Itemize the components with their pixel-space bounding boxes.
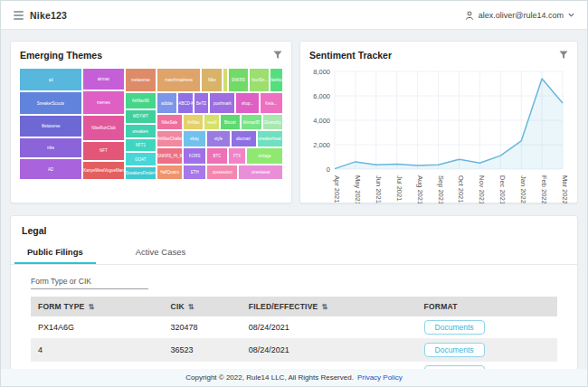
treemap-tile[interactable]: NFT1	[125, 138, 156, 152]
legal-card: Legal Public FilingsActive Cases FORM TY…	[10, 215, 578, 387]
treemap-tile[interactable]: ETH	[183, 165, 206, 180]
privacy-policy-link[interactable]: Privacy Policy	[357, 373, 403, 382]
treemap-tile[interactable]: Bitcoin	[220, 114, 241, 131]
column-header-cik[interactable]: CIK⇅	[164, 297, 242, 316]
svg-text:Jun 2021: Jun 2021	[375, 175, 383, 203]
svg-text:Dec 2021: Dec 2021	[498, 175, 507, 203]
svg-text:0: 0	[327, 165, 330, 174]
documents-button[interactable]: Documents	[424, 343, 485, 357]
tab-active-cases[interactable]: Active Cases	[123, 243, 198, 264]
treemap-tile[interactable]: abcmart	[231, 130, 257, 147]
treemap-tile[interactable]: AD	[19, 158, 82, 180]
sentiment-chart: 02,0004,0006,0008,000Apr 2021May 2021Jun…	[300, 66, 577, 207]
treemap-tile[interactable]: Keta...	[260, 92, 283, 114]
topbar: Nike123 alex.oliver@rule14.com	[1, 1, 587, 30]
treemap-tile[interactable]: memes	[82, 90, 125, 115]
treemap-tile[interactable]: AirMax	[183, 114, 204, 131]
table-header-row: FORM TYPE⇅CIK⇅FILED/EFFECTIVE⇅FORMAT	[31, 297, 557, 316]
user-menu[interactable]: alex.oliver@rule14.com	[465, 11, 574, 20]
filed-cell: 08/24/2021	[242, 339, 417, 362]
svg-text:Jan 2022: Jan 2022	[519, 175, 527, 203]
treemap-tile[interactable]: KORS	[183, 147, 206, 165]
user-email: alex.oliver@rule14.com	[479, 11, 564, 20]
treemap-tile[interactable]: poshmark	[209, 92, 235, 114]
treemap-tile[interactable]: sneakers	[125, 124, 156, 138]
svg-text:Feb 2022: Feb 2022	[540, 175, 548, 203]
filed-cell: 08/24/2021	[242, 316, 417, 339]
treemap-tile[interactable]: airmax	[82, 68, 125, 90]
svg-text:Jul 2021: Jul 2021	[395, 175, 403, 201]
svg-text:May 2021: May 2021	[354, 175, 362, 203]
treemap-tile[interactable]: FTX	[228, 147, 246, 165]
treemap-tile[interactable]: Metaverse	[19, 115, 82, 137]
treemap-tile[interactable]: AirMaxChallenge	[156, 130, 183, 147]
treemap-tile[interactable]: NikeSale	[156, 114, 183, 131]
svg-text:4,000: 4,000	[313, 117, 330, 125]
treemap-tile[interactable]: streetwear	[238, 165, 283, 180]
treemap-tile[interactable]: fashion	[270, 68, 283, 92]
treemap-tile[interactable]: GOAT	[125, 152, 156, 166]
emerging-themes-title: Emerging Themes	[20, 50, 102, 61]
treemap-tile[interactable]: NFT	[82, 141, 125, 161]
treemap-tile[interactable]: BTC	[206, 147, 227, 165]
treemap-tile[interactable]: ebay	[183, 130, 206, 147]
cik-cell: 36523	[164, 339, 242, 362]
treemap-tile[interactable]: HalfQuatro	[156, 165, 183, 180]
treemap-tile[interactable]: ABCD-K	[177, 92, 194, 114]
hamburger-menu-icon[interactable]	[14, 11, 24, 20]
treemap-tile[interactable]: WDYWT	[125, 109, 156, 124]
treemap-tile[interactable]: BeTD	[194, 92, 210, 114]
treemap-tile[interactable]: vintage	[246, 147, 283, 165]
format-cell: Documents	[417, 339, 557, 362]
treemap-tile[interactable]: SNKRS_HI_KI	[156, 147, 183, 165]
brand-title: Nike123	[30, 10, 67, 21]
svg-text:Sep 2021: Sep 2021	[437, 175, 445, 203]
chevron-down-icon	[568, 12, 574, 18]
treemap-tile[interactable]: Givenchy	[262, 114, 283, 131]
column-header-form-type[interactable]: FORM TYPE⇅	[31, 297, 164, 316]
treemap-tile[interactable]: AirMax90	[125, 92, 156, 109]
filter-icon[interactable]	[273, 51, 282, 60]
svg-text:6,000: 6,000	[313, 92, 330, 100]
copyright-text: Copyright © 2022, Rule14 LLC, All Rights…	[185, 373, 354, 382]
svg-text:Nov 2021: Nov 2021	[478, 175, 486, 203]
treemap-tile[interactable]: adidas	[156, 92, 177, 114]
sort-icon[interactable]: ⇅	[88, 303, 94, 311]
treemap-tile[interactable]: SneakerScouts	[19, 91, 82, 115]
treemap-tile[interactable]: sneakerhead	[257, 130, 283, 147]
treemap-tile[interactable]: Nike	[201, 68, 222, 92]
column-header-filed-effective[interactable]: FILED/EFFECTIVE⇅	[242, 297, 417, 316]
treemap-tile[interactable]: YourSn...	[249, 68, 270, 92]
treemap-tile[interactable]: Airmax95	[241, 114, 261, 131]
emerging-themes-card: Emerging Themes adSneakerScoutsMetaverse…	[10, 41, 292, 203]
treemap-tile[interactable]: metaverse	[125, 68, 156, 92]
column-header-format: FORMAT	[417, 297, 557, 316]
treemap-tile[interactable]: SNKRS	[228, 68, 249, 92]
treemap-tile[interactable]: marchmadness	[156, 68, 202, 92]
treemap-tile[interactable]: resell	[204, 114, 220, 131]
documents-button[interactable]: Documents	[424, 320, 485, 335]
form-type-cik-input[interactable]	[31, 274, 148, 289]
treemap-tile[interactable]: style	[206, 130, 230, 147]
cik-cell: 320478	[164, 316, 242, 339]
user-icon	[465, 11, 474, 20]
treemap-tile[interactable]: KanyeWestVogueMan	[82, 161, 125, 180]
sort-icon[interactable]: ⇅	[321, 303, 327, 311]
treemap-tile[interactable]: nike	[19, 137, 82, 159]
sentiment-tracker-title: Sentiment Tracker	[309, 50, 392, 61]
svg-text:Aug 2021: Aug 2021	[416, 175, 424, 203]
treemap-tile[interactable]: SneakersFinder4Fans	[125, 166, 156, 180]
treemap-tile[interactable]: possession	[206, 165, 238, 180]
treemap-tile[interactable]: ad	[19, 68, 82, 91]
treemap-tile[interactable]: shop...	[235, 92, 259, 114]
treemap-tile[interactable]: NikeRunClub	[82, 115, 125, 141]
footer: Copyright © 2022, Rule14 LLC, All Rights…	[1, 369, 587, 386]
svg-text:Apr 2021: Apr 2021	[333, 175, 341, 203]
filter-icon[interactable]	[559, 51, 568, 60]
tab-public-filings[interactable]: Public Filings	[14, 243, 96, 264]
legal-tabs: Public FilingsActive Cases	[11, 243, 577, 265]
sort-icon[interactable]: ⇅	[188, 303, 194, 311]
svg-text:8,000: 8,000	[313, 68, 330, 76]
sentiment-tracker-card: Sentiment Tracker 02,0004,0006,0008,000A…	[299, 41, 578, 203]
treemap: adSneakerScoutsMetaversenikeADairmaxmeme…	[19, 68, 283, 180]
